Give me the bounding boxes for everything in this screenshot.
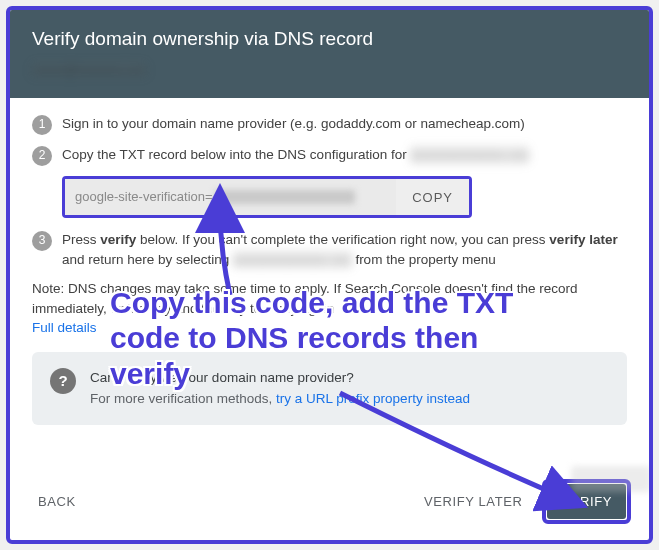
verify-dns-modal: Verify domain ownership via DNS record x… — [6, 6, 653, 544]
txt-token-blurred — [215, 190, 355, 204]
domain-blurred: xxxxxxxxxxxxxx.xxx — [410, 145, 529, 165]
step-number-icon: 1 — [32, 115, 52, 135]
modal-body: 1 Sign in to your domain name provider (… — [10, 98, 649, 465]
step-3-text: Press verify below. If you can't complet… — [62, 230, 627, 269]
question-icon: ? — [50, 368, 76, 394]
back-button[interactable]: BACK — [28, 486, 86, 517]
modal-title: Verify domain ownership via DNS record — [32, 28, 627, 50]
full-details-link[interactable]: Full details — [32, 320, 97, 335]
copy-button[interactable]: COPY — [396, 179, 469, 215]
domain-blurred: xxxxxxxxxxxxxx.xxx — [233, 250, 352, 270]
step-number-icon: 3 — [32, 231, 52, 251]
modal-header: Verify domain ownership via DNS record x… — [10, 10, 649, 98]
step-2: 2 Copy the TXT record below into the DNS… — [32, 145, 627, 166]
txt-record-value[interactable]: google-site-verification= — [65, 179, 396, 215]
step-1-text: Sign in to your domain name provider (e.… — [62, 114, 627, 134]
txt-record-box: google-site-verification= COPY — [62, 176, 472, 218]
infobox-title: Can't verify via your domain name provid… — [90, 368, 470, 388]
step-2-text: Copy the TXT record below into the DNS c… — [62, 145, 627, 165]
account-email-blurred: xxxxx@xxxxxxx.xxx — [32, 62, 146, 77]
step-number-icon: 2 — [32, 146, 52, 166]
step-3: 3 Press verify below. If you can't compl… — [32, 230, 627, 269]
url-prefix-link[interactable]: try a URL prefix property instead — [276, 391, 470, 406]
dns-note: Note: DNS changes may take some time to … — [32, 279, 627, 338]
alt-method-infobox: ? Can't verify via your domain name prov… — [32, 352, 627, 425]
background-peek — [571, 466, 651, 492]
modal-footer: BACK VERIFY LATER VERIFY — [10, 465, 649, 540]
verify-later-button[interactable]: VERIFY LATER — [414, 486, 532, 517]
step-1: 1 Sign in to your domain name provider (… — [32, 114, 627, 135]
